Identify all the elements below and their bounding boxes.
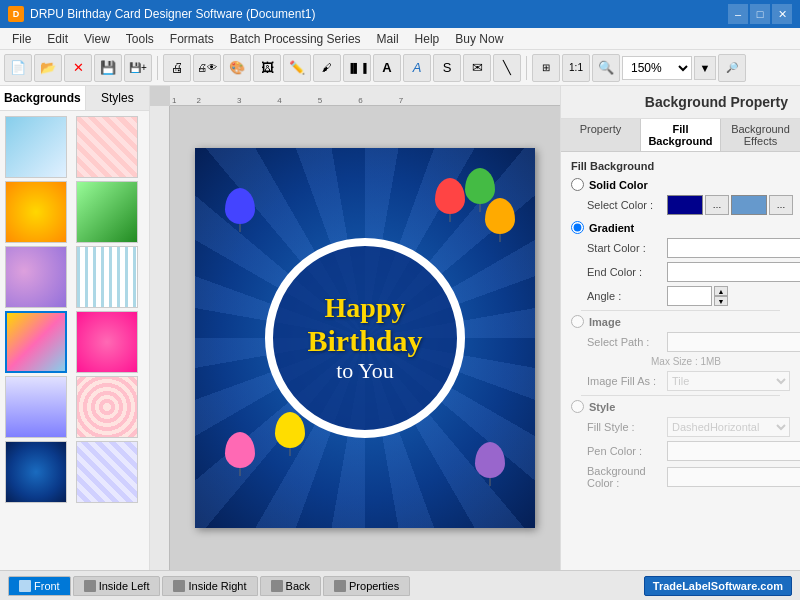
max-size-row: Max Size : 1MB [571, 356, 790, 367]
separator1 [157, 56, 158, 80]
menu-batch[interactable]: Batch Processing Series [222, 30, 369, 48]
line-button[interactable]: ╲ [493, 54, 521, 82]
path-input[interactable] [667, 332, 800, 352]
print-button[interactable]: 🖨 [163, 54, 191, 82]
tab-inside-left[interactable]: Inside Left [73, 576, 161, 596]
new-button[interactable]: 📄 [4, 54, 32, 82]
angle-down-btn[interactable]: ▼ [714, 296, 728, 306]
tab-background-effects[interactable]: Background Effects [721, 119, 800, 151]
wordart-button[interactable]: A [403, 54, 431, 82]
save-as-button[interactable]: 💾+ [124, 54, 152, 82]
email-button[interactable]: ✉ [463, 54, 491, 82]
zoom-in-button[interactable]: 🔍 [592, 54, 620, 82]
design-canvas[interactable]: Happy Birthday to You [195, 148, 535, 528]
zoom-out-button[interactable]: 🔎 [718, 54, 746, 82]
draw-button[interactable]: ✏️ [283, 54, 311, 82]
paint-button[interactable]: 🖌 [313, 54, 341, 82]
minimize-button[interactable]: – [728, 4, 748, 24]
inside-right-icon [173, 580, 185, 592]
tab-inside-left-label: Inside Left [99, 580, 150, 592]
solid-color-picker-btn[interactable]: … [705, 195, 729, 215]
menu-view[interactable]: View [76, 30, 118, 48]
tab-backgrounds[interactable]: Backgrounds [0, 86, 86, 110]
front-icon [19, 580, 31, 592]
menu-help[interactable]: Help [407, 30, 448, 48]
tab-styles[interactable]: Styles [86, 86, 149, 110]
bg-thumb-9[interactable] [5, 376, 67, 438]
menu-file[interactable]: File [4, 30, 39, 48]
bg-thumb-6[interactable] [76, 246, 138, 308]
maximize-button[interactable]: □ [750, 4, 770, 24]
balloon-green [465, 168, 495, 204]
tab-properties-label: Properties [349, 580, 399, 592]
panel-tabs: Backgrounds Styles [0, 86, 149, 111]
grid-button[interactable]: ⊞ [532, 54, 560, 82]
menu-tools[interactable]: Tools [118, 30, 162, 48]
gradient-radio[interactable] [571, 221, 584, 234]
close-doc-button[interactable]: ✕ [64, 54, 92, 82]
image-label: Image [589, 316, 621, 328]
app-title: DRPU Birthday Card Designer Software (Do… [30, 7, 315, 21]
start-color-label: Start Color : [587, 242, 667, 254]
tab-inside-right[interactable]: Inside Right [162, 576, 257, 596]
bg-thumb-3[interactable] [5, 181, 67, 243]
menu-buynow[interactable]: Buy Now [447, 30, 511, 48]
print-preview-button[interactable]: 🖨👁 [193, 54, 221, 82]
solid-color-swatch2[interactable] [731, 195, 767, 215]
barcode-button[interactable]: ▐▌▐ [343, 54, 371, 82]
angle-up-btn[interactable]: ▲ [714, 286, 728, 296]
style-radio[interactable] [571, 400, 584, 413]
gradient-radio-row: Gradient [571, 221, 790, 234]
zoom-dropdown-button[interactable]: ▼ [694, 56, 716, 80]
bg-thumb-5[interactable] [5, 246, 67, 308]
end-color-input[interactable] [667, 262, 800, 282]
fill-style-row: Fill Style : DashedHorizontal DashedVert… [571, 417, 790, 437]
color-button[interactable]: 🎨 [223, 54, 251, 82]
image-button[interactable]: 🖼 [253, 54, 281, 82]
solid-color-swatch[interactable] [667, 195, 703, 215]
brand-badge[interactable]: TradeLabelSoftware.com [644, 576, 792, 596]
bg-thumb-1[interactable] [5, 116, 67, 178]
zoom-select[interactable]: 150% 100% 75% 50% [622, 56, 692, 80]
menu-formats[interactable]: Formats [162, 30, 222, 48]
inside-left-icon [84, 580, 96, 592]
start-color-input[interactable] [667, 238, 800, 258]
open-button[interactable]: 📂 [34, 54, 62, 82]
tab-property[interactable]: Property [561, 119, 641, 151]
start-color-row: Start Color : … [571, 238, 790, 258]
tab-back[interactable]: Back [260, 576, 321, 596]
bg-thumb-10[interactable] [76, 376, 138, 438]
tab-back-label: Back [286, 580, 310, 592]
tab-fill-background[interactable]: Fill Background [641, 119, 721, 151]
image-radio[interactable] [571, 315, 584, 328]
bg-thumb-active[interactable] [5, 441, 67, 503]
menu-edit[interactable]: Edit [39, 30, 76, 48]
pen-color-input[interactable] [667, 441, 800, 461]
tab-front[interactable]: Front [8, 576, 71, 596]
solid-color-radio[interactable] [571, 178, 584, 191]
balloon-purple [475, 442, 505, 478]
properties-icon [334, 580, 346, 592]
bg-thumb-2[interactable] [76, 116, 138, 178]
image-fill-select[interactable]: Tile Stretch Center [667, 371, 790, 391]
ratio-button[interactable]: 1:1 [562, 54, 590, 82]
menu-mail[interactable]: Mail [369, 30, 407, 48]
tab-properties[interactable]: Properties [323, 576, 410, 596]
app-icon: D [8, 6, 24, 22]
save-button[interactable]: 💾 [94, 54, 122, 82]
text-button[interactable]: A [373, 54, 401, 82]
bg-thumb-4[interactable] [76, 181, 138, 243]
fill-style-select[interactable]: DashedHorizontal DashedVertical Solid [667, 417, 790, 437]
signature-button[interactable]: S [433, 54, 461, 82]
toolbar: 📄 📂 ✕ 💾 💾+ 🖨 🖨👁 🎨 🖼 ✏️ 🖌 ▐▌▐ A A S ✉ ╲ ⊞… [0, 50, 800, 86]
titlebar-left: D DRPU Birthday Card Designer Software (… [8, 6, 315, 22]
fill-background-section: Fill Background Solid Color Select Color… [561, 152, 800, 501]
solid-color-picker-btn2[interactable]: … [769, 195, 793, 215]
card-circle: Happy Birthday to You [265, 238, 465, 438]
bg-thumb-8[interactable] [76, 311, 138, 373]
close-button[interactable]: ✕ [772, 4, 792, 24]
angle-input[interactable]: 359 [667, 286, 712, 306]
bg-color-input[interactable] [667, 467, 800, 487]
bg-thumb-12[interactable] [76, 441, 138, 503]
bg-thumb-7[interactable] [5, 311, 67, 373]
